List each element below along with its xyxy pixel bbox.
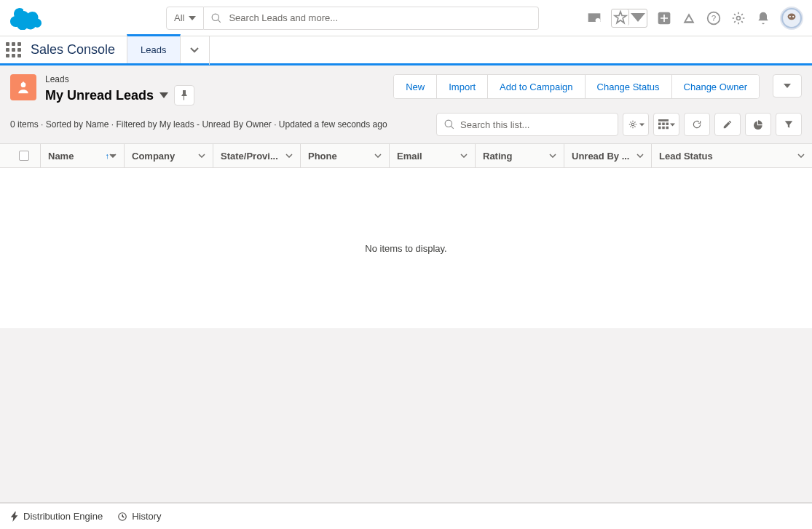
object-label: Leads xyxy=(45,74,194,84)
svg-point-9 xyxy=(792,15,794,17)
user-avatar[interactable] xyxy=(780,7,803,30)
global-header-actions: ? xyxy=(586,7,803,30)
chart-button[interactable] xyxy=(745,113,771,136)
utility-distribution-engine[interactable]: Distribution Engine xyxy=(10,511,103,522)
chevron-down-icon xyxy=(784,84,791,88)
new-button[interactable]: New xyxy=(394,75,437,98)
column-phone[interactable]: Phone xyxy=(301,144,390,167)
svg-point-7 xyxy=(788,13,796,20)
column-rating[interactable]: Rating xyxy=(476,144,564,167)
svg-point-5 xyxy=(737,16,741,20)
column-unread[interactable]: Unread By ... xyxy=(564,144,652,167)
app-launcher-icon[interactable] xyxy=(0,42,26,57)
list-actions-overflow[interactable] xyxy=(773,74,802,98)
pin-icon xyxy=(180,90,189,100)
setup-gear-icon[interactable] xyxy=(730,10,746,26)
trailblazer-icon[interactable] xyxy=(586,10,602,26)
utility-history[interactable]: History xyxy=(117,511,161,522)
change-status-button[interactable]: Change Status xyxy=(586,75,672,98)
column-lead-status[interactable]: Lead Status xyxy=(652,144,812,167)
chevron-down-icon xyxy=(190,47,199,53)
list-view-switcher-icon[interactable] xyxy=(159,92,168,98)
inline-edit-button[interactable] xyxy=(714,113,741,136)
import-button[interactable]: Import xyxy=(437,75,488,98)
global-search-input[interactable] xyxy=(229,12,531,23)
column-company[interactable]: Company xyxy=(125,144,213,167)
chevron-down-icon[interactable] xyxy=(198,154,205,158)
filter-button[interactable] xyxy=(776,113,802,136)
chevron-down-icon[interactable] xyxy=(460,154,468,158)
workspace-tab-leads[interactable]: Leads xyxy=(127,34,180,63)
display-as-table[interactable] xyxy=(653,113,679,136)
filter-icon xyxy=(784,119,794,130)
table-header-row: Name↑ Company State/Provi... Phone Email… xyxy=(0,143,812,168)
global-search-box[interactable] xyxy=(204,7,539,30)
list-search-input[interactable] xyxy=(460,119,610,130)
column-email[interactable]: Email xyxy=(390,144,476,167)
list-actions: New Import Add to Campaign Change Status… xyxy=(393,74,760,99)
clock-icon xyxy=(117,512,127,522)
search-icon xyxy=(211,13,221,23)
app-nav-bar: Sales Console Leads xyxy=(0,36,812,65)
bolt-icon xyxy=(10,512,19,522)
favorite-star-icon[interactable] xyxy=(612,9,629,25)
global-add-icon[interactable] xyxy=(656,10,672,26)
chevron-down-icon[interactable] xyxy=(374,154,382,158)
change-owner-button[interactable]: Change Owner xyxy=(672,75,759,98)
utility-bar: Distribution Engine History xyxy=(0,503,812,529)
pencil-icon xyxy=(722,119,733,130)
astro-avatar-icon xyxy=(782,9,801,28)
help-icon[interactable]: ? xyxy=(706,10,722,26)
global-search: All xyxy=(166,7,539,30)
svg-point-11 xyxy=(631,123,634,126)
column-name[interactable]: Name↑ xyxy=(41,144,125,167)
app-name: Sales Console xyxy=(26,42,127,57)
refresh-button[interactable] xyxy=(684,113,710,136)
select-all-checkbox[interactable] xyxy=(0,144,41,167)
favorites-split xyxy=(611,9,647,28)
chevron-down-icon[interactable] xyxy=(797,154,805,158)
pin-list-button[interactable] xyxy=(174,85,194,106)
notifications-bell-icon[interactable] xyxy=(755,10,771,26)
list-status-text: 0 items · Sorted by Name · Filtered by M… xyxy=(10,119,387,130)
search-icon xyxy=(444,119,454,130)
lead-object-icon xyxy=(10,74,36,100)
salesforce-logo xyxy=(9,7,44,30)
pie-chart-icon xyxy=(753,119,763,130)
tab-nav-dropdown[interactable] xyxy=(181,36,210,65)
table-icon xyxy=(658,119,669,130)
chevron-down-icon[interactable] xyxy=(636,154,644,158)
page-body: Leads My Unread Leads New Import Add to … xyxy=(0,65,812,503)
chevron-down-icon[interactable] xyxy=(549,154,556,158)
refresh-icon xyxy=(692,119,702,130)
chevron-down-icon[interactable] xyxy=(109,154,117,158)
svg-point-8 xyxy=(789,15,791,17)
empty-state: No items to display. xyxy=(0,168,812,328)
list-search-box[interactable] xyxy=(436,113,618,136)
workspace-tab-label: Leads xyxy=(141,44,166,55)
chevron-down-icon xyxy=(189,16,196,20)
svg-point-1 xyxy=(596,18,601,23)
search-scope-select[interactable]: All xyxy=(166,7,204,30)
chevron-down-icon[interactable] xyxy=(285,154,293,158)
gear-icon xyxy=(628,119,638,130)
chevron-down-icon xyxy=(670,123,675,127)
list-view-name[interactable]: My Unread Leads xyxy=(45,88,154,103)
list-view-controls xyxy=(436,113,802,136)
empty-message: No items to display. xyxy=(365,243,446,254)
column-state[interactable]: State/Provi... xyxy=(213,144,301,167)
chevron-down-icon xyxy=(639,123,645,127)
guidance-icon[interactable] xyxy=(681,10,697,26)
add-to-campaign-button[interactable]: Add to Campaign xyxy=(488,75,585,98)
favorites-dropdown-icon[interactable] xyxy=(629,9,647,25)
search-scope-label: All xyxy=(174,12,184,23)
list-view-controls-gear[interactable] xyxy=(623,113,649,136)
global-header: All ? xyxy=(0,0,812,36)
list-view-header: Leads My Unread Leads New Import Add to … xyxy=(0,65,812,136)
svg-text:?: ? xyxy=(712,13,717,23)
